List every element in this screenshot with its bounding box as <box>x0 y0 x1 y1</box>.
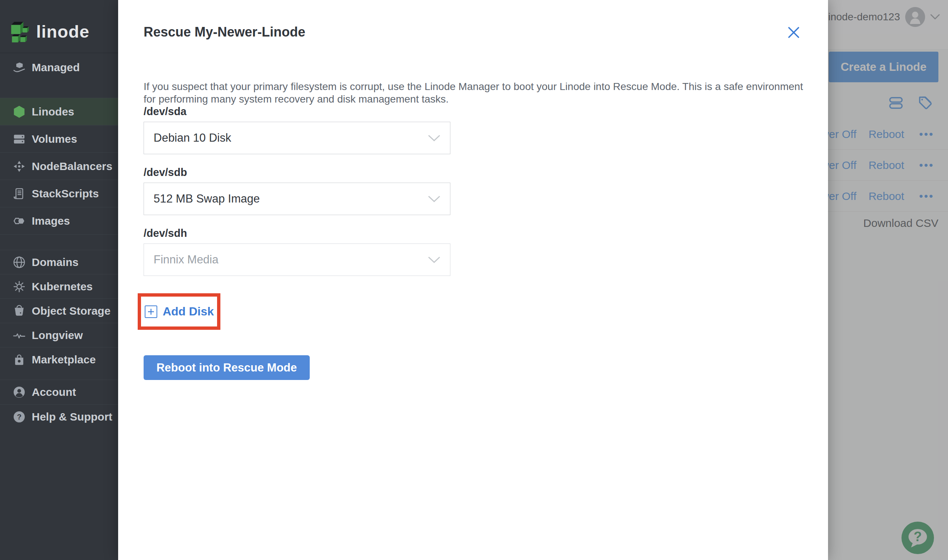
sidebar: linode Managed Linodes Volume <box>0 0 118 560</box>
add-disk-button[interactable]: Add Disk <box>163 305 214 318</box>
domains-icon <box>11 254 27 271</box>
images-icon <box>11 213 27 229</box>
stackscripts-icon <box>11 186 27 202</box>
modal-title: Rescue My-Newer-Linode <box>143 25 305 40</box>
add-disk-highlight: Add Disk <box>138 293 220 330</box>
sidebar-item-label: Domains <box>32 256 79 269</box>
close-icon[interactable] <box>787 26 800 39</box>
longview-icon <box>11 327 27 343</box>
dev-sda-label: /dev/sda <box>143 106 187 118</box>
dev-sdb-select[interactable]: 512 MB Swap Image <box>143 183 450 215</box>
sidebar-item-label: Account <box>32 386 76 398</box>
dev-sdh-select[interactable]: Finnix Media <box>143 243 450 276</box>
linodes-icon <box>11 104 27 120</box>
sidebar-item-label: NodeBalancers <box>32 160 112 173</box>
sidebar-item-volumes[interactable]: Volumes <box>0 125 118 152</box>
linode-logo[interactable]: linode <box>0 0 118 52</box>
sidebar-item-stackscripts[interactable]: StackScripts <box>0 180 118 207</box>
svg-text:?: ? <box>17 412 22 421</box>
chevron-down-icon <box>428 135 441 141</box>
managed-icon <box>11 59 27 75</box>
sidebar-item-object-storage[interactable]: Object Storage <box>0 298 118 323</box>
plus-square-icon[interactable] <box>144 305 158 318</box>
dev-sda-value: Debian 10 Disk <box>154 131 428 145</box>
dev-sdh-label: /dev/sdh <box>143 227 187 239</box>
sidebar-item-label: Marketplace <box>32 354 96 366</box>
chevron-down-icon <box>428 195 441 202</box>
sidebar-item-kubernetes[interactable]: Kubernetes <box>0 274 118 298</box>
sidebar-item-label: Object Storage <box>32 305 110 317</box>
dev-sda-select[interactable]: Debian 10 Disk <box>143 122 450 154</box>
divider <box>0 234 118 235</box>
kubernetes-icon <box>11 278 27 295</box>
sidebar-item-label: Kubernetes <box>32 280 92 293</box>
dev-sdh-value: Finnix Media <box>154 253 428 266</box>
divider <box>0 53 118 53</box>
object-storage-icon <box>11 303 27 319</box>
sidebar-item-account[interactable]: Account <box>0 380 118 404</box>
sidebar-item-label: Managed <box>32 61 80 74</box>
dev-sdb-value: 512 MB Swap Image <box>154 192 428 206</box>
sidebar-item-managed[interactable]: Managed <box>0 55 118 80</box>
modal-description: If you suspect that your primary filesys… <box>143 80 810 106</box>
help-icon: ? <box>11 409 27 425</box>
sidebar-item-label: StackScripts <box>32 188 99 200</box>
sidebar-item-label: Images <box>32 215 70 227</box>
sidebar-item-label: Linodes <box>32 106 74 118</box>
sidebar-item-marketplace[interactable]: Marketplace <box>0 347 118 371</box>
sidebar-item-longview[interactable]: Longview <box>0 323 118 347</box>
sidebar-item-label: Help & Support <box>32 411 112 423</box>
sidebar-item-linodes[interactable]: Linodes <box>0 98 118 125</box>
nodebalancers-icon <box>11 158 27 174</box>
reboot-into-rescue-mode-button[interactable]: Reboot into Rescue Mode <box>143 355 310 380</box>
sidebar-item-label: Longview <box>32 329 83 342</box>
sidebar-item-nodebalancers[interactable]: NodeBalancers <box>0 152 118 180</box>
marketplace-icon <box>11 352 27 368</box>
account-icon <box>11 384 27 400</box>
sidebar-item-label: Volumes <box>32 133 77 145</box>
sidebar-item-help-support[interactable]: ? Help & Support <box>0 404 118 429</box>
chevron-down-icon <box>428 256 441 263</box>
dev-sdb-label: /dev/sdb <box>143 166 187 178</box>
sidebar-item-images[interactable]: Images <box>0 207 118 234</box>
sidebar-item-domains[interactable]: Domains <box>0 250 118 274</box>
linode-logo-text: linode <box>36 22 89 42</box>
linode-logo-icon <box>9 20 30 43</box>
volumes-icon <box>11 131 27 147</box>
rescue-modal: Rescue My-Newer-Linode If you suspect th… <box>118 0 828 560</box>
